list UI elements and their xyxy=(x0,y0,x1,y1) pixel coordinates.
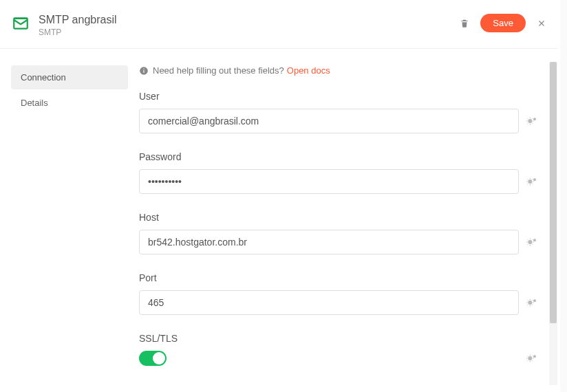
panel-body: Connection Details Need help filling out… xyxy=(0,49,557,391)
sidebar-item-connection[interactable]: Connection xyxy=(11,65,128,89)
ssltls-label: SSL/TLS xyxy=(139,333,538,344)
field-group-port: Port xyxy=(139,272,538,315)
field-row xyxy=(139,230,538,254)
user-input[interactable] xyxy=(139,109,519,133)
password-input[interactable] xyxy=(139,169,519,194)
sidebar-item-label: Details xyxy=(21,98,48,108)
user-label: User xyxy=(139,91,538,102)
gear-icon[interactable] xyxy=(526,237,538,248)
panel-header: SMTP angbrasil SMTP Save xyxy=(0,0,557,49)
svg-rect-2 xyxy=(143,68,144,69)
field-group-ssltls: SSL/TLS xyxy=(139,333,538,366)
svg-point-3 xyxy=(528,119,532,123)
svg-point-4 xyxy=(533,118,536,120)
svg-point-7 xyxy=(528,240,532,244)
scrollbar-thumb[interactable] xyxy=(550,62,557,323)
toggle-knob xyxy=(153,352,165,364)
ssltls-toggle[interactable] xyxy=(139,351,167,366)
field-row xyxy=(139,351,538,366)
gear-icon[interactable] xyxy=(526,116,538,127)
save-button[interactable]: Save xyxy=(480,14,526,32)
header-titles: SMTP angbrasil SMTP xyxy=(39,14,460,37)
field-group-password: Password xyxy=(139,151,538,194)
field-group-host: Host xyxy=(139,212,538,254)
close-icon[interactable] xyxy=(537,19,546,28)
svg-point-8 xyxy=(533,239,536,241)
field-group-user: User xyxy=(139,91,538,133)
gear-icon[interactable] xyxy=(526,297,538,308)
trash-icon[interactable] xyxy=(460,19,469,28)
svg-rect-1 xyxy=(143,69,144,72)
credential-panel: SMTP angbrasil SMTP Save Connection Deta… xyxy=(0,0,557,392)
open-docs-link[interactable]: Open docs xyxy=(287,65,330,76)
svg-point-12 xyxy=(533,355,536,358)
gear-icon[interactable] xyxy=(526,353,538,364)
svg-point-9 xyxy=(528,301,532,305)
info-icon xyxy=(139,66,149,76)
field-row xyxy=(139,109,538,133)
sidebar-item-label: Connection xyxy=(21,72,66,83)
port-label: Port xyxy=(139,272,538,283)
svg-point-10 xyxy=(533,299,536,302)
gear-icon[interactable] xyxy=(526,176,538,187)
svg-point-11 xyxy=(528,356,532,360)
panel-subtitle: SMTP xyxy=(39,28,460,37)
content-area: Need help filling out these fields? Open… xyxy=(128,49,557,391)
header-actions: Save xyxy=(460,14,546,32)
port-input[interactable] xyxy=(139,290,519,315)
password-label: Password xyxy=(139,151,538,162)
field-row xyxy=(139,169,538,194)
host-label: Host xyxy=(139,212,538,223)
field-row xyxy=(139,290,538,315)
host-input[interactable] xyxy=(139,230,519,254)
svg-point-6 xyxy=(533,178,536,181)
content-scrollbar[interactable] xyxy=(549,62,557,385)
envelope-icon xyxy=(11,14,30,33)
help-text: Need help filling out these fields? xyxy=(153,65,284,76)
sidebar: Connection Details xyxy=(0,49,128,391)
help-row: Need help filling out these fields? Open… xyxy=(139,65,538,76)
sidebar-item-details[interactable]: Details xyxy=(11,91,128,115)
svg-point-5 xyxy=(528,179,532,184)
panel-title: SMTP angbrasil xyxy=(39,14,460,26)
outer-scrollbar[interactable] xyxy=(560,0,567,392)
